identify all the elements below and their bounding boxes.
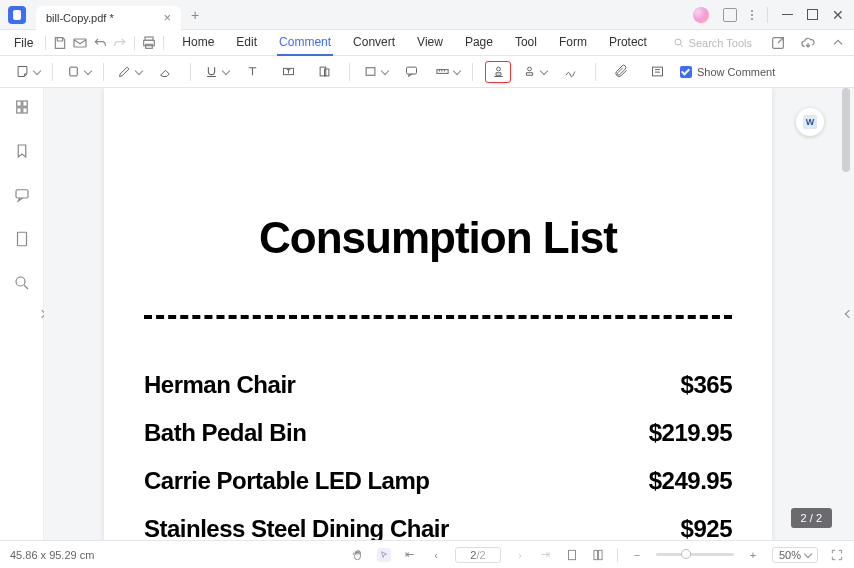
menu-comment[interactable]: Comment — [277, 30, 333, 56]
tab-close-icon[interactable]: × — [163, 10, 171, 25]
pencil-tool-icon[interactable] — [116, 61, 142, 83]
export-word-icon[interactable] — [796, 108, 824, 136]
signature-tool-icon[interactable] — [521, 61, 547, 83]
svg-rect-6 — [69, 67, 77, 76]
print-icon[interactable] — [141, 35, 157, 51]
svg-rect-12 — [436, 70, 447, 74]
comment-toolbar: Show Comment — [0, 56, 854, 88]
checkbox-checked-icon — [680, 66, 692, 78]
menu-convert[interactable]: Convert — [351, 30, 397, 56]
svg-point-13 — [496, 67, 500, 71]
svg-rect-16 — [16, 101, 21, 106]
hand-tool-icon[interactable] — [351, 548, 365, 562]
search-placeholder: Search Tools — [689, 37, 752, 49]
menu-tool[interactable]: Tool — [513, 30, 539, 56]
mail-icon[interactable] — [72, 35, 88, 51]
zoom-out-icon[interactable]: − — [630, 548, 644, 562]
page-input[interactable]: 2/2 — [455, 547, 501, 563]
shape-tool-icon[interactable] — [362, 61, 388, 83]
new-tab-button[interactable]: + — [191, 7, 199, 23]
share-icon[interactable] — [770, 35, 786, 51]
area-highlight-icon[interactable] — [311, 61, 337, 83]
fit-page-icon[interactable] — [565, 548, 579, 562]
separator-line — [144, 315, 732, 319]
menu-view[interactable]: View — [415, 30, 445, 56]
list-item: Carrie Portable LED Lamp$249.95 — [144, 467, 732, 495]
svg-rect-19 — [22, 108, 27, 113]
svg-rect-23 — [568, 550, 575, 559]
undo-icon[interactable] — [92, 35, 108, 51]
menu-form[interactable]: Form — [557, 30, 589, 56]
svg-point-22 — [16, 277, 25, 286]
stamp-tool-icon[interactable] — [485, 61, 511, 83]
attachment-tool-icon[interactable] — [608, 61, 634, 83]
item-list: Herman Chair$365 Bath Pedal Bin$219.95 C… — [144, 371, 732, 540]
last-page-icon[interactable]: ⇥ — [539, 548, 553, 562]
next-page-icon[interactable]: › — [513, 548, 527, 562]
svg-rect-18 — [16, 108, 21, 113]
comments-panel-icon[interactable] — [13, 186, 31, 208]
window-minimize-icon[interactable] — [782, 9, 793, 20]
collapse-ribbon-icon[interactable] — [830, 35, 846, 51]
document-tab[interactable]: bill-Copy.pdf * × — [36, 6, 181, 30]
textbox-tool-icon[interactable] — [275, 61, 301, 83]
first-page-icon[interactable]: ⇤ — [403, 548, 417, 562]
svg-point-14 — [527, 67, 531, 71]
underline-tool-icon[interactable] — [203, 61, 229, 83]
statusbar: 45.86 x 95.29 cm ⇤ ‹ 2/2 › ⇥ − + 50% — [0, 540, 854, 568]
tab-title: bill-Copy.pdf * — [46, 12, 114, 24]
svg-rect-24 — [594, 550, 598, 559]
window-maximize-icon[interactable] — [807, 9, 818, 20]
window-close-icon[interactable]: ✕ — [832, 7, 844, 23]
prev-page-icon[interactable]: ‹ — [429, 548, 443, 562]
account-icon[interactable] — [693, 7, 709, 23]
comment-panel-icon[interactable] — [644, 61, 670, 83]
svg-rect-20 — [16, 190, 28, 198]
select-tool-icon[interactable] — [377, 548, 391, 562]
text-tool-icon[interactable] — [239, 61, 265, 83]
search-panel-icon[interactable] — [13, 274, 31, 296]
menu-tabs: Home Edit Comment Convert View Page Tool… — [180, 30, 649, 56]
note-tool-icon[interactable] — [14, 61, 40, 83]
fullscreen-icon[interactable] — [830, 548, 844, 562]
menu-edit[interactable]: Edit — [234, 30, 259, 56]
zoom-level[interactable]: 50% — [772, 547, 818, 563]
callout-tool-icon[interactable] — [398, 61, 424, 83]
redo-icon[interactable] — [112, 35, 128, 51]
bookmarks-icon[interactable] — [13, 142, 31, 164]
highlight-tool-icon[interactable] — [65, 61, 91, 83]
svg-rect-17 — [22, 101, 27, 106]
svg-rect-9 — [324, 69, 328, 76]
search-tools[interactable]: Search Tools — [673, 37, 752, 49]
save-icon[interactable] — [52, 35, 68, 51]
svg-point-4 — [675, 39, 681, 45]
menu-page[interactable]: Page — [463, 30, 495, 56]
svg-rect-10 — [366, 68, 375, 76]
menu-home[interactable]: Home — [180, 30, 216, 56]
pdf-page: Consumption List Herman Chair$365 Bath P… — [104, 88, 772, 540]
zoom-slider[interactable] — [656, 553, 734, 556]
fit-width-icon[interactable] — [591, 548, 605, 562]
sign-tool-icon[interactable] — [557, 61, 583, 83]
page-indicator-badge: 2 / 2 — [791, 508, 832, 528]
show-comment-toggle[interactable]: Show Comment — [680, 66, 775, 78]
measure-tool-icon[interactable] — [434, 61, 460, 83]
zoom-in-icon[interactable]: + — [746, 548, 760, 562]
list-item: Stainless Steel Dining Chair$925 — [144, 515, 732, 540]
scrollbar-thumb[interactable] — [842, 88, 850, 172]
menu-file[interactable]: File — [8, 36, 39, 50]
thumbnails-icon[interactable] — [13, 98, 31, 120]
cloud-icon[interactable] — [800, 35, 816, 51]
tray-icon[interactable] — [723, 8, 737, 22]
main-area: Consumption List Herman Chair$365 Bath P… — [0, 88, 854, 540]
list-item: Bath Pedal Bin$219.95 — [144, 419, 732, 447]
attachments-panel-icon[interactable] — [13, 230, 31, 252]
more-menu-icon[interactable] — [751, 10, 753, 20]
svg-rect-15 — [652, 67, 662, 76]
menubar: File Home Edit Comment Convert View Page… — [0, 30, 854, 56]
eraser-tool-icon[interactable] — [152, 61, 178, 83]
document-canvas[interactable]: Consumption List Herman Chair$365 Bath P… — [44, 88, 854, 540]
scrollbar[interactable] — [842, 88, 850, 540]
menu-protect[interactable]: Protect — [607, 30, 649, 56]
zoom-slider-thumb[interactable] — [681, 549, 691, 559]
